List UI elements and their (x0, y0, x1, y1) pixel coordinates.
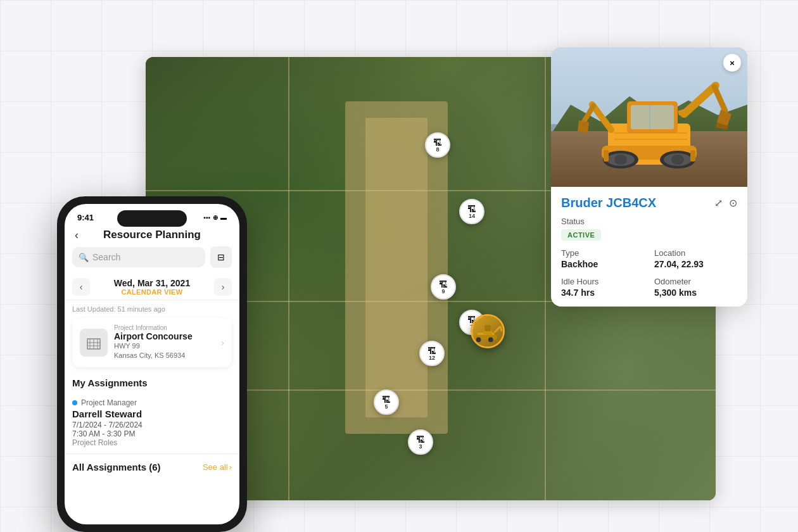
phone-notch (117, 210, 187, 227)
selected-equipment-thumbnail (472, 316, 503, 346)
equipment-icon: 🏗 (439, 280, 448, 289)
svg-line-6 (495, 326, 501, 332)
back-button[interactable]: ‹ (75, 229, 79, 242)
ar-view-button[interactable]: ⊙ (729, 197, 737, 209)
next-date-button[interactable]: › (214, 278, 232, 296)
svg-point-26 (614, 155, 627, 165)
svg-rect-16 (631, 105, 674, 129)
external-link-button[interactable]: ⤢ (714, 197, 723, 209)
idle-hours-value: 34.7 hrs (561, 288, 644, 298)
see-all-link[interactable]: See all › (203, 462, 232, 472)
runway-inner (365, 118, 427, 417)
last-updated-text: Last Updated: 51 minutes ago (65, 303, 239, 318)
project-card[interactable]: Project Information Airport Concourse HW… (72, 318, 232, 367)
project-thumbnail (80, 329, 108, 357)
search-placeholder: Search (92, 252, 120, 262)
equipment-title-row: Bruder JCB4CX ⤢ ⊙ (561, 196, 737, 210)
current-date: Wed, Mar 31, 2021 (114, 278, 190, 288)
assignee-name: Darrell Steward (72, 408, 232, 419)
equipment-icon: 🏗 (416, 435, 425, 444)
status-time: 9:41 (77, 213, 94, 222)
status-field-label: Status (561, 217, 737, 226)
map-marker[interactable]: 🏗 14 (459, 199, 484, 224)
filter-icon: ⊟ (217, 252, 225, 262)
road (288, 57, 289, 500)
next-icon: › (222, 282, 225, 292)
phone-mockup: 9:41 ▪▪▪ ⊕ ▬ ‹ Resource Planning 🔍 Searc… (57, 196, 247, 532)
close-button[interactable]: × (723, 54, 741, 72)
role-label: Project Manager (81, 398, 137, 407)
location-field: Location 27.04, 22.93 (654, 248, 737, 269)
all-assignments-row: All Assignments (6) See all › (65, 453, 239, 472)
assignment-dates: 7/1/2024 - 7/26/2024 (72, 421, 232, 429)
svg-rect-30 (604, 150, 609, 162)
status-section: Status ACTIVE (561, 217, 737, 241)
marker-count: 14 (469, 213, 475, 219)
svg-line-20 (714, 87, 725, 111)
assignment-item: Project Manager Darrell Steward 7/1/2024… (65, 393, 239, 447)
marker-count: 12 (429, 355, 435, 361)
svg-rect-31 (690, 150, 695, 162)
map-marker[interactable]: 🏗 9 (431, 274, 456, 300)
backhoe-illustration (551, 48, 747, 187)
status-icons: ▪▪▪ ⊕ ▬ (203, 214, 227, 221)
road (545, 57, 546, 500)
project-arrow-icon: › (221, 338, 224, 348)
date-center: Wed, Mar 31, 2021 CALENDAR VIEW (114, 278, 190, 296)
my-assignments-section-title: My Assignments (65, 375, 239, 393)
equipment-icon: 🏗 (467, 205, 476, 213)
svg-point-29 (671, 155, 684, 165)
search-icon: 🔍 (79, 253, 89, 262)
equipment-image: × (551, 48, 747, 187)
marker-count: 3 (419, 444, 422, 450)
assignment-role: Project Manager (72, 398, 232, 407)
idle-hours-label: Idle Hours (561, 277, 644, 286)
type-label: Type (561, 248, 644, 258)
all-assignments-label: All Assignments (6) (72, 462, 160, 472)
filter-button[interactable]: ⊟ (210, 246, 232, 268)
type-value: Backhoe (561, 259, 644, 269)
location-label: Location (654, 248, 737, 258)
equipment-icon: 🏗 (433, 138, 442, 147)
assignment-project-roles: Project Roles (72, 438, 232, 447)
prev-date-button[interactable]: ‹ (72, 278, 90, 296)
equipment-actions: ⤢ ⊙ (714, 197, 737, 209)
page-title: Resource Planning (103, 229, 201, 241)
equipment-title: Bruder JCB4CX (561, 196, 656, 210)
equipment-icon: 🏗 (428, 346, 436, 355)
odometer-value: 5,300 kms (654, 288, 737, 298)
equipment-icon: 🏗 (382, 395, 391, 404)
marker-count: 8 (436, 147, 439, 153)
type-field: Type Backhoe (561, 248, 644, 269)
odometer-label: Odometer (654, 277, 737, 286)
prev-icon: ‹ (80, 282, 83, 292)
project-name: Airport Concourse (114, 331, 215, 341)
search-input-wrapper[interactable]: 🔍 Search (72, 247, 205, 267)
location-value: 27.04, 22.93 (654, 259, 737, 269)
detail-grid: Type Backhoe Location 27.04, 22.93 Idle … (561, 248, 737, 298)
marker-count: 5 (384, 404, 388, 410)
marker-count: 9 (441, 289, 445, 294)
idle-hours-field: Idle Hours 34.7 hrs (561, 277, 644, 298)
equipment-detail-card: × Bruder JCB4CX ⤢ ⊙ Status ACTIVE Type B… (551, 48, 747, 307)
svg-line-22 (583, 106, 593, 124)
map-marker-selected[interactable] (471, 314, 505, 348)
phone-screen: 9:41 ▪▪▪ ⊕ ▬ ‹ Resource Planning 🔍 Searc… (65, 204, 239, 524)
svg-rect-17 (649, 105, 650, 129)
search-bar: 🔍 Search ⊟ (72, 246, 232, 268)
map-marker[interactable]: 🏗 8 (425, 132, 450, 158)
project-info: Project Information Airport Concourse HW… (114, 324, 215, 361)
map-marker[interactable]: 🏗 12 (419, 341, 445, 366)
see-all-text: See all (203, 462, 228, 472)
status-badge: ACTIVE (561, 229, 601, 241)
card-body: Bruder JCB4CX ⤢ ⊙ Status ACTIVE Type Bac… (551, 187, 747, 307)
battery-icon: ▬ (220, 214, 227, 221)
calendar-view-link[interactable]: CALENDAR VIEW (114, 288, 190, 296)
svg-line-21 (592, 104, 611, 130)
svg-line-19 (684, 86, 716, 114)
address-line2: Kansas City, KS 56934 (114, 352, 185, 359)
phone-header: ‹ Resource Planning (65, 225, 239, 246)
see-all-arrow-icon: › (229, 462, 232, 472)
map-marker[interactable]: 🏗 3 (408, 429, 433, 455)
map-marker[interactable]: 🏗 5 (374, 390, 399, 415)
